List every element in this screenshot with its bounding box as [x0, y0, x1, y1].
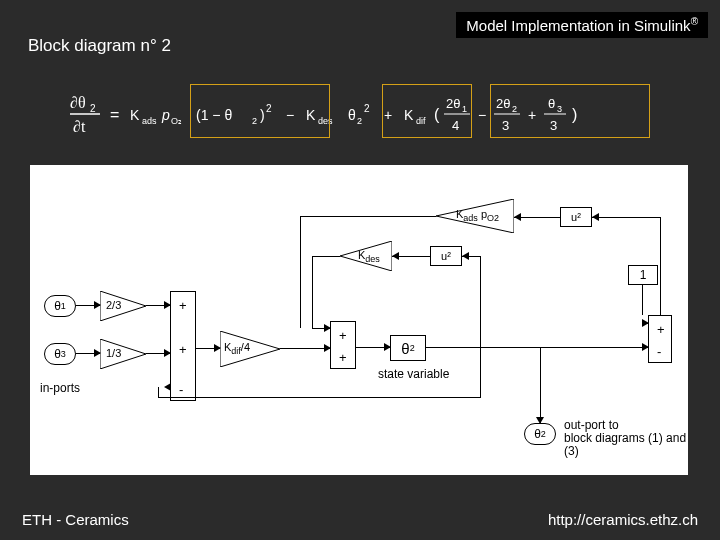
wire — [312, 256, 340, 257]
theta2-sub: 2 — [410, 343, 415, 353]
outport-text: out-port toblock diagrams (1) and (3) — [564, 418, 686, 458]
theta1-sym: θ — [54, 299, 61, 313]
equation: ∂θ 2 ∂t = K ads p O₂ (1 − θ 2 ) 2 − K de… — [70, 80, 650, 150]
arrow-icon — [94, 301, 101, 309]
header-title: Model Implementation in Simulink — [466, 17, 690, 34]
eq-highlight-1 — [190, 84, 330, 138]
gain-kdes-label: Kdes — [358, 249, 380, 264]
sum2-sign-a: + — [339, 328, 347, 343]
svg-text:2: 2 — [357, 116, 362, 126]
outport-label: out-port toblock diagrams (1) and (3) — [564, 419, 694, 458]
gain-1-3-label: 1/3 — [106, 347, 121, 359]
wire — [642, 285, 643, 315]
arrow-icon — [536, 417, 544, 424]
footer-right: http://ceramics.ethz.ch — [548, 511, 698, 528]
theta1-sub: 1 — [61, 301, 66, 311]
sum3-sign-a: + — [657, 322, 665, 337]
inport-theta3: θ3 — [44, 343, 76, 365]
arrow-icon — [392, 252, 399, 260]
sum-block-1: + + - — [170, 291, 196, 401]
svg-text:p: p — [161, 107, 170, 123]
svg-text:θ: θ — [348, 107, 356, 123]
footer-left: ETH - Ceramics — [22, 511, 129, 528]
gain-kads: Kads pO2 — [436, 199, 514, 233]
wire — [426, 347, 648, 348]
arrow-icon — [164, 301, 171, 309]
wire — [660, 217, 661, 315]
arrow-icon — [642, 319, 649, 327]
arrow-icon — [214, 344, 221, 352]
state-var-label: state variable — [378, 367, 449, 381]
arrow-icon — [324, 344, 331, 352]
svg-text:2: 2 — [90, 103, 96, 114]
wire — [280, 348, 330, 349]
theta2out-sub: 2 — [541, 429, 546, 439]
header-reg: ® — [691, 16, 698, 27]
theta3-sym: θ — [54, 347, 61, 361]
svg-text:=: = — [110, 106, 119, 123]
wire — [480, 256, 481, 347]
wire — [300, 216, 301, 328]
slide-title: Block diagram n° 2 — [28, 36, 171, 56]
svg-text:2: 2 — [364, 103, 370, 114]
sum1-sign-a: + — [179, 298, 187, 313]
wire — [592, 217, 660, 218]
theta2-sym: θ — [401, 340, 409, 357]
arrow-icon — [462, 252, 469, 260]
wire — [158, 387, 159, 397]
svg-text:ads: ads — [142, 116, 157, 126]
arrow-icon — [94, 349, 101, 357]
arrow-icon — [384, 343, 391, 351]
svg-text:K: K — [130, 107, 140, 123]
inports-label: in-ports — [40, 381, 80, 395]
wire — [540, 347, 541, 423]
theta2out-sym: θ — [534, 427, 541, 441]
svg-text:O₂: O₂ — [171, 116, 182, 126]
wire — [300, 216, 436, 217]
sum2-sign-b: + — [339, 350, 347, 365]
wire — [312, 256, 313, 328]
usquare-kads: u² — [560, 207, 592, 227]
constant-1: 1 — [628, 265, 658, 285]
wire — [480, 347, 481, 397]
gain-1-3: 1/3 — [100, 339, 146, 369]
gain-kdif-label: Kdif/4 — [224, 341, 250, 356]
gain-kads-label: Kads pO2 — [456, 208, 499, 223]
usquare-kdes: u² — [430, 246, 462, 266]
svg-text:∂t: ∂t — [73, 118, 86, 135]
sum1-sign-c: - — [179, 382, 183, 397]
arrow-icon — [164, 383, 171, 391]
arrow-icon — [514, 213, 521, 221]
simulink-diagram: θ1 θ3 in-ports 2/3 1/3 + + - Kdif/4 + + … — [30, 165, 688, 475]
sum-block-2: + + — [330, 321, 356, 369]
arrow-icon — [592, 213, 599, 221]
gain-2-3: 2/3 — [100, 291, 146, 321]
eq-highlight-2 — [382, 84, 472, 138]
header-band: Model Implementation in Simulink® — [456, 12, 708, 38]
sum1-sign-b: + — [179, 342, 187, 357]
gain-kdes: Kdes — [340, 241, 392, 271]
sum3-sign-b: - — [657, 344, 661, 359]
arrow-icon — [324, 324, 331, 332]
eq-highlight-3 — [490, 84, 650, 138]
outport-theta2: θ2 — [524, 423, 556, 445]
sum-block-3: + - — [648, 315, 672, 363]
gain-2-3-label: 2/3 — [106, 299, 121, 311]
state-theta2: θ2 — [390, 335, 426, 361]
arrow-icon — [164, 349, 171, 357]
gain-kdif: Kdif/4 — [220, 331, 280, 367]
svg-text:∂θ: ∂θ — [70, 94, 86, 111]
svg-text:−: − — [478, 107, 486, 123]
arrow-icon — [642, 343, 649, 351]
theta3-sub: 3 — [61, 349, 66, 359]
wire — [158, 397, 481, 398]
inport-theta1: θ1 — [44, 295, 76, 317]
